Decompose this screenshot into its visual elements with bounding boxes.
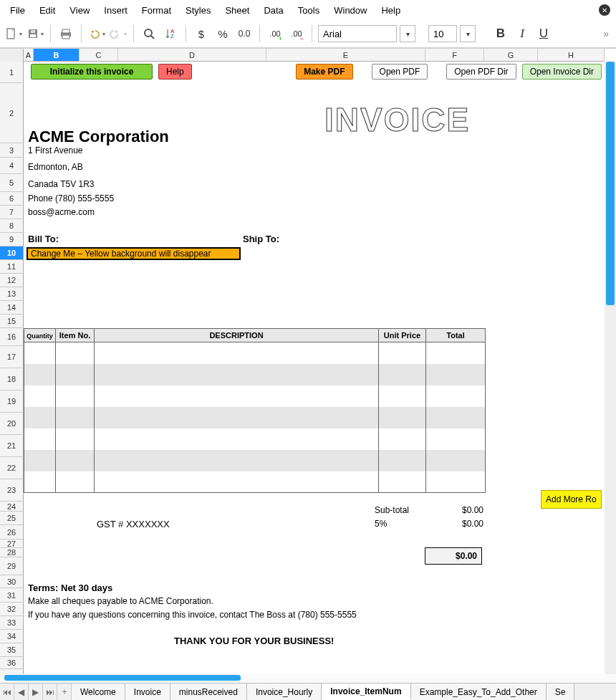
- make-pdf-button[interactable]: Make PDF: [296, 64, 352, 80]
- row-27[interactable]: 27: [0, 540, 23, 548]
- row-11[interactable]: 11: [0, 260, 23, 274]
- remove-decimal-icon[interactable]: .00−: [287, 24, 306, 43]
- save-icon[interactable]: [26, 24, 44, 43]
- row-28[interactable]: 28: [0, 548, 23, 557]
- menu-insert[interactable]: Insert: [97, 2, 135, 19]
- help-button[interactable]: Help: [158, 64, 192, 80]
- row-33[interactable]: 33: [0, 616, 23, 630]
- table-row[interactable]: [24, 428, 486, 450]
- table-row[interactable]: [24, 342, 486, 364]
- menu-sheet[interactable]: Sheet: [218, 2, 256, 19]
- row-14[interactable]: 14: [0, 301, 23, 315]
- row-7[interactable]: 7: [0, 206, 23, 219]
- tab-minusreceived[interactable]: minusReceived: [170, 684, 247, 700]
- table-row[interactable]: [24, 471, 486, 493]
- menu-edit[interactable]: Edit: [32, 2, 62, 19]
- row-5[interactable]: 5: [0, 174, 23, 192]
- new-doc-icon[interactable]: [4, 24, 23, 43]
- toolbar-overflow-icon[interactable]: »: [600, 28, 612, 39]
- tab-invoice-itemnum[interactable]: Invoice_ItemNum: [322, 684, 410, 700]
- tab-next-icon[interactable]: ▶: [29, 684, 43, 700]
- menu-file[interactable]: File: [3, 2, 32, 19]
- col-E[interactable]: E: [266, 49, 425, 61]
- row-36[interactable]: 36: [0, 657, 23, 669]
- horizontal-scroll-thumb[interactable]: [4, 675, 241, 681]
- font-name-dropdown[interactable]: ▾: [400, 25, 415, 42]
- tab-add-icon[interactable]: ＋: [57, 684, 72, 700]
- tab-first-icon[interactable]: ⏮: [0, 684, 14, 700]
- row-30[interactable]: 30: [0, 575, 23, 588]
- tab-welcome[interactable]: Welcome: [72, 684, 125, 700]
- table-row[interactable]: [24, 385, 486, 407]
- menu-tools[interactable]: Tools: [291, 2, 327, 19]
- currency-icon[interactable]: $: [192, 24, 211, 43]
- tab-example-easy[interactable]: Example_Easy_To_Add_Other: [411, 684, 547, 700]
- col-D[interactable]: D: [118, 49, 266, 61]
- vertical-scroll-thumb[interactable]: [606, 62, 615, 305]
- sort-icon[interactable]: AZ: [161, 24, 180, 43]
- col-F[interactable]: F: [425, 49, 484, 61]
- add-more-rows-button[interactable]: Add More Ro: [541, 490, 602, 509]
- table-row[interactable]: [24, 450, 486, 471]
- row-13[interactable]: 13: [0, 287, 23, 301]
- font-size-dropdown[interactable]: ▾: [460, 25, 476, 42]
- menu-help[interactable]: Help: [374, 2, 408, 19]
- col-A[interactable]: A: [24, 49, 34, 61]
- tab-partial[interactable]: Se: [547, 684, 575, 700]
- tab-invoice[interactable]: Invoice: [125, 684, 170, 700]
- col-H[interactable]: H: [538, 49, 605, 61]
- row-19[interactable]: 19: [0, 390, 23, 413]
- col-B[interactable]: B: [34, 49, 80, 61]
- vertical-scrollbar[interactable]: [605, 62, 616, 674]
- row-32[interactable]: 32: [0, 603, 23, 616]
- row-15[interactable]: 15: [0, 315, 23, 328]
- menu-view[interactable]: View: [62, 2, 97, 19]
- row-10[interactable]: 10: [0, 246, 23, 260]
- menu-format[interactable]: Format: [135, 2, 178, 19]
- row-2[interactable]: 2: [0, 83, 23, 143]
- row-21[interactable]: 21: [0, 435, 23, 457]
- menu-styles[interactable]: Styles: [178, 2, 218, 19]
- row-25[interactable]: 25: [0, 512, 23, 525]
- row-4[interactable]: 4: [0, 158, 23, 174]
- font-size-field[interactable]: 10: [428, 25, 457, 42]
- row-1[interactable]: 1: [0, 62, 23, 83]
- open-pdf-dir-button[interactable]: Open PDF Dir: [446, 64, 516, 80]
- bold-icon[interactable]: B: [491, 24, 510, 43]
- add-decimal-icon[interactable]: .00+: [266, 24, 284, 43]
- row-20[interactable]: 20: [0, 413, 23, 435]
- italic-icon[interactable]: I: [513, 24, 531, 43]
- row-22[interactable]: 22: [0, 457, 23, 479]
- underline-icon[interactable]: U: [534, 24, 553, 43]
- row-24[interactable]: 24: [0, 502, 23, 512]
- table-row[interactable]: [24, 407, 486, 428]
- column-headers[interactable]: A B C D E F G H: [0, 49, 605, 62]
- row-23[interactable]: 23: [0, 479, 23, 502]
- row-31[interactable]: 31: [0, 588, 23, 603]
- tab-prev-icon[interactable]: ◀: [14, 684, 29, 700]
- font-name-field[interactable]: Arial: [318, 25, 397, 42]
- menu-data[interactable]: Data: [256, 2, 290, 19]
- row-29[interactable]: 29: [0, 557, 23, 575]
- open-invoice-dir-button[interactable]: Open Invoice Dir: [522, 64, 602, 80]
- select-all-corner[interactable]: [0, 49, 24, 62]
- redo-icon[interactable]: [109, 24, 127, 43]
- initialize-invoice-button[interactable]: Initialize this invoice: [31, 64, 153, 80]
- horizontal-scrollbar[interactable]: [0, 674, 616, 683]
- menu-window[interactable]: Window: [327, 2, 374, 19]
- table-row[interactable]: [24, 364, 486, 385]
- number-icon[interactable]: 0.0: [235, 24, 254, 43]
- find-icon[interactable]: [140, 24, 158, 43]
- print-icon[interactable]: [57, 24, 75, 43]
- tab-invoice-hourly[interactable]: Invoice_Hourly: [247, 684, 322, 700]
- row-12[interactable]: 12: [0, 274, 23, 287]
- row-headers[interactable]: 1234567891011121314151617181920212223242…: [0, 62, 24, 674]
- row-6[interactable]: 6: [0, 192, 23, 206]
- grid[interactable]: Initialize this invoice Help Make PDF Op…: [24, 62, 605, 674]
- bill-to-input-cell[interactable]: Change Me – Yellow background will disap…: [27, 247, 241, 260]
- row-16[interactable]: 16: [0, 328, 23, 346]
- open-pdf-button[interactable]: Open PDF: [372, 64, 428, 80]
- row-9[interactable]: 9: [0, 233, 23, 246]
- row-18[interactable]: 18: [0, 368, 23, 390]
- undo-icon[interactable]: [87, 24, 106, 43]
